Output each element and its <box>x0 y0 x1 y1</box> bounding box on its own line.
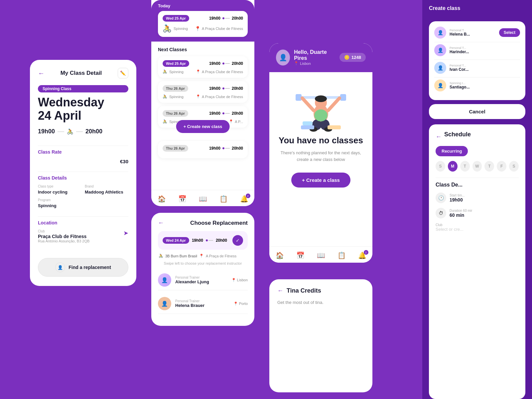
class-2-date: Thu 26 Apr <box>163 85 188 92</box>
club-row: Club Select or cre... <box>436 223 519 232</box>
svg-line-6 <box>302 98 314 110</box>
schedule-panel-card: ← Schedule Recurring S M T W T F S Class… <box>429 124 525 399</box>
class-2-start: 19h00 <box>209 86 220 91</box>
select-trainer-3: 👤 Personal T... Ivan Cor... <box>434 62 520 74</box>
tina-back-button[interactable]: ← <box>277 287 283 294</box>
recurring-button[interactable]: Recurring <box>436 146 468 156</box>
select-button-1[interactable]: Select <box>499 28 520 37</box>
class-1-icon: 🚴 <box>163 69 167 74</box>
nc-nav-bell[interactable]: 🔔 2 <box>358 251 366 259</box>
select-avatar-1: 👤 <box>434 27 446 39</box>
day-M[interactable]: M <box>448 161 458 172</box>
divider <box>38 146 128 146</box>
class-2-type: Spinning <box>169 95 184 99</box>
cancel-button[interactable]: Cancel <box>469 109 485 114</box>
edit-button[interactable]: ✏️ <box>118 68 128 78</box>
greeting-text: Hello, Duarte Pires <box>294 49 335 61</box>
schedule-back-button[interactable]: ← <box>436 133 442 140</box>
select-name-3: Ivan Cor... <box>450 67 468 72</box>
my-class-detail-card: ← My Class Detail ✏️ Spinning Class Wedn… <box>30 60 136 286</box>
nav-list-icon[interactable]: 📋 <box>219 195 228 203</box>
class-2-pin: 📍 <box>196 94 200 99</box>
class-details-grid: Class type Indoor cycling Brand Maddoog … <box>38 185 128 208</box>
class-row-1: Wed 25 Apr 19h00 20h00 🚴 Spinning 📍 A Pr… <box>158 56 248 78</box>
replacement-header: ← Choose Replacement <box>158 219 248 226</box>
nc-nav-list[interactable]: 📋 <box>337 251 346 259</box>
trainer-2-role: Personal Trainer <box>175 299 229 303</box>
day-S1[interactable]: S <box>436 161 445 172</box>
day-T2[interactable]: T <box>484 161 494 172</box>
select-avatar-2: 👤 <box>434 44 446 56</box>
nav-home-icon[interactable]: 🏠 <box>158 195 166 203</box>
nc-nav-calendar[interactable]: 📅 <box>296 251 305 259</box>
nav-bell-icon[interactable]: 🔔 2 <box>240 195 248 203</box>
duration-value: 60 min <box>450 212 472 218</box>
today-label: Today <box>158 3 248 8</box>
class-1-location: A Praça Clube de Fitness <box>202 70 243 74</box>
end-time: 20h00 <box>85 128 102 135</box>
create-class-header: Create class <box>422 0 532 15</box>
club-name: Praça Club de Fitness <box>38 234 89 239</box>
nav-calendar-icon[interactable]: 📅 <box>178 195 187 203</box>
day-selector: S M T W T F S <box>436 161 519 172</box>
create-class-button[interactable]: + Create a class <box>291 173 350 188</box>
svg-rect-13 <box>301 125 314 129</box>
nav-badge: 2 <box>246 194 250 198</box>
spinning-icon: 🚴 <box>163 24 172 33</box>
program-value: Spinning <box>38 203 57 208</box>
repl-date: Wed 24 Apr <box>163 237 189 244</box>
class-2-location: A Praça Clube de Fitness <box>202 95 243 99</box>
day-T1[interactable]: T <box>460 161 470 172</box>
today-type: Spinning <box>174 27 188 31</box>
replacement-title: Choose Replacement <box>190 220 248 226</box>
class-badge: Spinning Class <box>38 85 128 92</box>
timer-icon: ⏱ <box>436 208 446 218</box>
class-1-pin: 📍 <box>196 69 200 74</box>
select-role-3: Personal T... <box>450 64 468 67</box>
select-trainer-card: 👤 Personal T... Helena B... Select 👤 Per… <box>429 21 525 100</box>
class-1-date: Wed 25 Apr <box>163 60 189 67</box>
class-2-icon: 🚴 <box>163 94 167 99</box>
class-4-date: Thu 26 Apr <box>163 145 188 152</box>
day-F[interactable]: F <box>497 161 506 172</box>
svg-rect-15 <box>303 121 313 125</box>
nc-nav-home[interactable]: 🏠 <box>276 251 284 259</box>
day-W[interactable]: W <box>472 161 482 172</box>
day-S2[interactable]: S <box>509 161 519 172</box>
nav-book-icon[interactable]: 📖 <box>199 195 207 203</box>
start-time-row: 🕐 Start tim... 19h00 <box>436 193 519 203</box>
back-button[interactable]: ← <box>38 69 45 77</box>
today-class-row: Wed 25 Apr 19h00 20h00 🚴 Spinning 📍 A Pr… <box>158 11 248 37</box>
trainer-2-info: Personal Trainer Helena Brauer <box>175 299 229 308</box>
class-3-icon: 🚴 <box>163 119 167 124</box>
find-replacement-button[interactable]: 👤 Find a replacement <box>38 258 128 277</box>
class-detail-section: Class De... 🕐 Start tim... 19h00 ⏱ Durat… <box>436 182 519 232</box>
today-end: 20h00 <box>232 16 243 21</box>
divider2 <box>38 172 128 172</box>
start-time-label: Start tim... <box>450 194 465 197</box>
duration-label: Duration 60 mir <box>450 209 472 212</box>
pin-icon: 📍 <box>195 26 200 31</box>
create-new-class-button[interactable]: + Create new class <box>176 120 230 133</box>
user-avatar: 👤 <box>276 50 290 66</box>
class-row-3: Thu 26 Apr 19h00 20h00 🚴 Spinning 📍 A P.… <box>158 106 248 128</box>
select-name-4: Santiago... <box>450 85 470 89</box>
select-role-2: Personal T... <box>450 46 469 50</box>
tina-title: Tina Credits <box>287 287 321 294</box>
nc-nav-book[interactable]: 📖 <box>317 251 325 259</box>
brand-value: Maddoog Athletics <box>85 190 123 195</box>
replacement-back-button[interactable]: ← <box>158 219 164 226</box>
class-row-4: Thu 26 Apr 19h00 20h00 <box>158 141 248 158</box>
pin-icon-header: 📍 <box>294 61 299 66</box>
navigate-icon[interactable]: ➤ <box>123 229 128 237</box>
class-type-value: Indoor cycling <box>38 190 67 195</box>
no-class-header: 👤 Hello, Duarte Pires 📍 Lisbon 🪙 1248 <box>269 43 372 72</box>
club-select-placeholder[interactable]: Select or cre... <box>436 227 464 232</box>
repl-start: 19h00 <box>192 238 203 243</box>
schedule-body: Next Classes Wed 25 Apr 19h00 20h00 🚴 Sp… <box>151 42 254 167</box>
weightlifter-illustration <box>291 82 351 135</box>
trainer-1-avatar: 👤 <box>158 273 171 287</box>
select-trainer-2: 👤 Personal T... Harinder... <box>434 44 520 56</box>
trainer-1-name: Alexander Ljung <box>175 279 227 284</box>
svg-point-5 <box>315 95 327 102</box>
